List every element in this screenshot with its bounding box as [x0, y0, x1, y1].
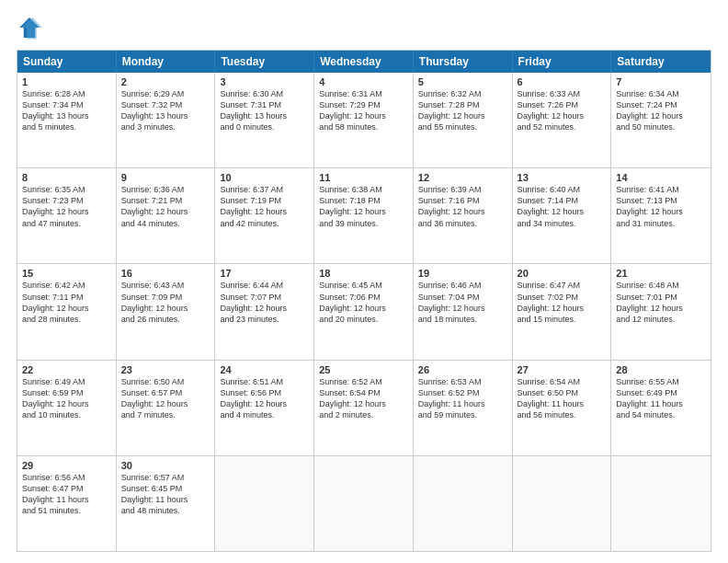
day-info: Sunrise: 6:47 AM Sunset: 7:02 PM Dayligh… [518, 280, 607, 325]
day-cell-6: 6Sunrise: 6:33 AM Sunset: 7:26 PM Daylig… [513, 73, 612, 167]
header-day-saturday: Saturday [611, 51, 711, 73]
day-number: 10 [220, 172, 309, 183]
day-cell-14: 14Sunrise: 6:41 AM Sunset: 7:13 PM Dayli… [611, 168, 711, 263]
day-number: 27 [518, 364, 607, 375]
day-cell-27: 27Sunrise: 6:54 AM Sunset: 6:50 PM Dayli… [513, 361, 612, 455]
day-info: Sunrise: 6:40 AM Sunset: 7:14 PM Dayligh… [518, 184, 607, 229]
day-info: Sunrise: 6:51 AM Sunset: 6:56 PM Dayligh… [220, 376, 309, 421]
day-cell-24: 24Sunrise: 6:51 AM Sunset: 6:56 PM Dayli… [215, 361, 314, 455]
day-cell-9: 9Sunrise: 6:36 AM Sunset: 7:21 PM Daylig… [117, 168, 216, 263]
day-number: 17 [220, 268, 309, 279]
day-info: Sunrise: 6:34 AM Sunset: 7:24 PM Dayligh… [616, 88, 706, 133]
logo-icon [17, 15, 42, 40]
day-info: Sunrise: 6:32 AM Sunset: 7:28 PM Dayligh… [418, 88, 507, 133]
page: SundayMondayTuesdayWednesdayThursdayFrid… [0, 0, 728, 563]
day-cell-1: 1Sunrise: 6:28 AM Sunset: 7:34 PM Daylig… [17, 73, 117, 167]
day-cell-19: 19Sunrise: 6:46 AM Sunset: 7:04 PM Dayli… [414, 264, 513, 359]
day-cell-16: 16Sunrise: 6:43 AM Sunset: 7:09 PM Dayli… [117, 264, 216, 359]
day-cell-7: 7Sunrise: 6:34 AM Sunset: 7:24 PM Daylig… [611, 73, 711, 167]
day-cell-28: 28Sunrise: 6:55 AM Sunset: 6:49 PM Dayli… [611, 361, 711, 455]
day-number: 2 [121, 76, 210, 87]
header [17, 15, 711, 40]
day-cell-3: 3Sunrise: 6:30 AM Sunset: 7:31 PM Daylig… [215, 73, 314, 167]
calendar-row-5: 29Sunrise: 6:56 AM Sunset: 6:47 PM Dayli… [17, 456, 711, 551]
day-number: 11 [319, 172, 408, 183]
day-info: Sunrise: 6:38 AM Sunset: 7:18 PM Dayligh… [319, 184, 408, 229]
day-info: Sunrise: 6:55 AM Sunset: 6:49 PM Dayligh… [616, 376, 706, 421]
day-number: 16 [121, 268, 210, 279]
calendar-header: SundayMondayTuesdayWednesdayThursdayFrid… [17, 51, 711, 73]
day-cell-4: 4Sunrise: 6:31 AM Sunset: 7:29 PM Daylig… [314, 73, 414, 167]
day-info: Sunrise: 6:53 AM Sunset: 6:52 PM Dayligh… [418, 376, 507, 421]
day-cell-18: 18Sunrise: 6:45 AM Sunset: 7:06 PM Dayli… [314, 264, 414, 359]
day-number: 25 [319, 364, 408, 375]
day-number: 19 [418, 268, 507, 279]
day-info: Sunrise: 6:48 AM Sunset: 7:01 PM Dayligh… [616, 280, 706, 325]
day-number: 14 [616, 172, 706, 183]
header-day-wednesday: Wednesday [314, 51, 414, 73]
day-cell-30: 30Sunrise: 6:57 AM Sunset: 6:45 PM Dayli… [117, 456, 216, 551]
day-info: Sunrise: 6:37 AM Sunset: 7:19 PM Dayligh… [220, 184, 309, 229]
day-cell-11: 11Sunrise: 6:38 AM Sunset: 7:18 PM Dayli… [314, 168, 414, 263]
empty-cell [611, 456, 711, 551]
calendar-row-1: 1Sunrise: 6:28 AM Sunset: 7:34 PM Daylig… [17, 73, 711, 168]
day-cell-26: 26Sunrise: 6:53 AM Sunset: 6:52 PM Dayli… [414, 361, 513, 455]
day-number: 22 [22, 364, 111, 375]
day-number: 1 [22, 76, 111, 87]
day-number: 18 [319, 268, 408, 279]
day-number: 29 [22, 460, 111, 471]
day-number: 24 [220, 364, 309, 375]
day-cell-8: 8Sunrise: 6:35 AM Sunset: 7:23 PM Daylig… [17, 168, 117, 263]
day-info: Sunrise: 6:43 AM Sunset: 7:09 PM Dayligh… [121, 280, 210, 325]
header-day-tuesday: Tuesday [215, 51, 314, 73]
day-number: 26 [418, 364, 507, 375]
header-day-sunday: Sunday [17, 51, 117, 73]
day-info: Sunrise: 6:31 AM Sunset: 7:29 PM Dayligh… [319, 88, 408, 133]
calendar-row-4: 22Sunrise: 6:49 AM Sunset: 6:59 PM Dayli… [17, 361, 711, 456]
day-number: 6 [518, 76, 607, 87]
day-number: 28 [616, 364, 706, 375]
day-number: 13 [518, 172, 607, 183]
day-info: Sunrise: 6:49 AM Sunset: 6:59 PM Dayligh… [22, 376, 111, 421]
empty-cell [513, 456, 612, 551]
day-info: Sunrise: 6:29 AM Sunset: 7:32 PM Dayligh… [121, 88, 210, 133]
empty-cell [414, 456, 513, 551]
empty-cell [314, 456, 414, 551]
day-info: Sunrise: 6:28 AM Sunset: 7:34 PM Dayligh… [22, 88, 111, 133]
day-cell-23: 23Sunrise: 6:50 AM Sunset: 6:57 PM Dayli… [117, 361, 216, 455]
day-number: 20 [518, 268, 607, 279]
day-number: 12 [418, 172, 507, 183]
calendar-row-3: 15Sunrise: 6:42 AM Sunset: 7:11 PM Dayli… [17, 264, 711, 360]
calendar: SundayMondayTuesdayWednesdayThursdayFrid… [17, 50, 711, 552]
day-info: Sunrise: 6:30 AM Sunset: 7:31 PM Dayligh… [220, 88, 309, 133]
day-info: Sunrise: 6:33 AM Sunset: 7:26 PM Dayligh… [518, 88, 607, 133]
day-info: Sunrise: 6:57 AM Sunset: 6:45 PM Dayligh… [121, 472, 210, 517]
logo [17, 15, 46, 40]
day-cell-2: 2Sunrise: 6:29 AM Sunset: 7:32 PM Daylig… [117, 73, 216, 167]
day-info: Sunrise: 6:52 AM Sunset: 6:54 PM Dayligh… [319, 376, 408, 421]
day-cell-20: 20Sunrise: 6:47 AM Sunset: 7:02 PM Dayli… [513, 264, 612, 359]
day-info: Sunrise: 6:41 AM Sunset: 7:13 PM Dayligh… [616, 184, 706, 229]
calendar-body: 1Sunrise: 6:28 AM Sunset: 7:34 PM Daylig… [17, 73, 711, 551]
day-info: Sunrise: 6:39 AM Sunset: 7:16 PM Dayligh… [418, 184, 507, 229]
day-info: Sunrise: 6:54 AM Sunset: 6:50 PM Dayligh… [518, 376, 607, 421]
header-day-monday: Monday [117, 51, 216, 73]
empty-cell [215, 456, 314, 551]
day-number: 3 [220, 76, 309, 87]
day-info: Sunrise: 6:45 AM Sunset: 7:06 PM Dayligh… [319, 280, 408, 325]
day-number: 23 [121, 364, 210, 375]
header-day-friday: Friday [513, 51, 612, 73]
day-number: 30 [121, 460, 210, 471]
day-cell-5: 5Sunrise: 6:32 AM Sunset: 7:28 PM Daylig… [414, 73, 513, 167]
day-info: Sunrise: 6:35 AM Sunset: 7:23 PM Dayligh… [22, 184, 111, 229]
day-cell-13: 13Sunrise: 6:40 AM Sunset: 7:14 PM Dayli… [513, 168, 612, 263]
day-info: Sunrise: 6:44 AM Sunset: 7:07 PM Dayligh… [220, 280, 309, 325]
day-number: 21 [616, 268, 706, 279]
day-info: Sunrise: 6:56 AM Sunset: 6:47 PM Dayligh… [22, 472, 111, 517]
day-info: Sunrise: 6:36 AM Sunset: 7:21 PM Dayligh… [121, 184, 210, 229]
day-number: 9 [121, 172, 210, 183]
day-info: Sunrise: 6:42 AM Sunset: 7:11 PM Dayligh… [22, 280, 111, 325]
day-cell-17: 17Sunrise: 6:44 AM Sunset: 7:07 PM Dayli… [215, 264, 314, 359]
day-info: Sunrise: 6:50 AM Sunset: 6:57 PM Dayligh… [121, 376, 210, 421]
day-cell-22: 22Sunrise: 6:49 AM Sunset: 6:59 PM Dayli… [17, 361, 117, 455]
